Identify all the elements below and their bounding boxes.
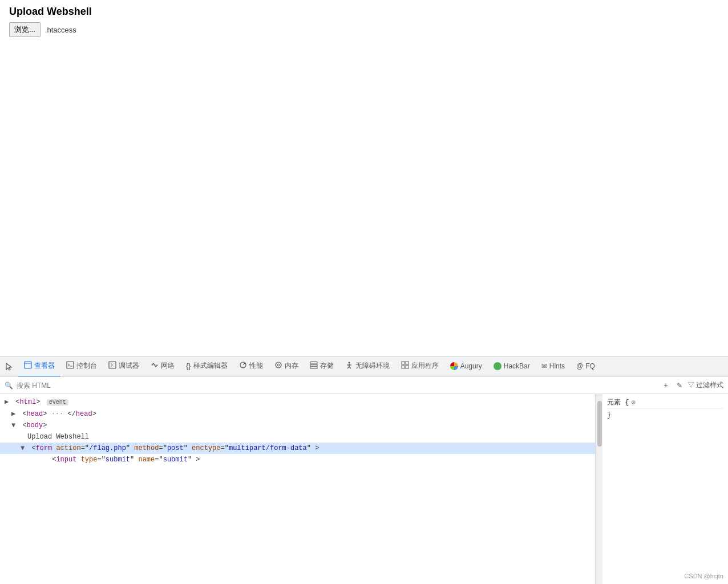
svg-rect-20 (402, 366, 405, 368)
devtools-search-actions: ＋ ✎ ▽ 过滤样式 (660, 380, 723, 391)
tab-console-label: 控制台 (76, 361, 97, 371)
tab-accessibility[interactable]: 无障碍环境 (339, 356, 395, 377)
search-icon: 🔍 (5, 382, 13, 390)
tab-hints-label: Hints (549, 362, 565, 370)
svg-rect-0 (25, 362, 31, 368)
devtools-search-bar: 🔍 ＋ ✎ ▽ 过滤样式 (0, 377, 728, 394)
watermark: CSDN @hcjtn (684, 573, 723, 579)
search-html-input[interactable] (17, 382, 660, 390)
file-name-display: .htaccess (45, 26, 76, 34)
tab-network[interactable]: 网络 (145, 356, 180, 377)
application-tab-icon (401, 361, 409, 371)
tab-memory[interactable]: 内存 (269, 356, 304, 377)
scrollbar-thumb[interactable] (597, 401, 602, 447)
styles-content: } (607, 411, 723, 419)
styles-panel: 元素 { ⚙ } (602, 394, 728, 584)
html-node[interactable]: ▶ <html> event (0, 396, 595, 408)
svg-rect-21 (406, 366, 409, 368)
html-tree-scrollbar[interactable] (596, 394, 602, 584)
svg-point-13 (348, 362, 350, 364)
form-node[interactable]: ▼ <form action="/flag.php" method="post"… (0, 443, 595, 454)
tab-storage[interactable]: 存储 (304, 356, 339, 377)
memory-tab-icon (274, 361, 282, 371)
tab-fq-label: FQ (585, 362, 595, 370)
svg-rect-10 (310, 362, 317, 364)
svg-rect-12 (310, 367, 317, 368)
tab-fq[interactable]: @ FQ (571, 356, 601, 377)
tab-debugger[interactable]: 调试器 (103, 356, 145, 377)
tab-inspector[interactable]: 查看器 (18, 356, 60, 377)
inspector-tab-icon (24, 361, 32, 371)
performance-tab-icon (239, 361, 247, 371)
svg-line-16 (347, 367, 349, 368)
add-node-button[interactable]: ＋ (660, 380, 672, 391)
tab-hints[interactable]: ✉ Hints (536, 356, 571, 377)
text-node-upload[interactable]: Upload Webshell (0, 431, 595, 443)
tab-style-editor-label: 样式编辑器 (193, 361, 228, 371)
tab-application-label: 应用程序 (411, 361, 439, 371)
svg-rect-11 (310, 364, 317, 366)
cursor-icon[interactable] (0, 356, 18, 377)
tab-inspector-label: 查看器 (34, 361, 55, 371)
event-badge: event (47, 399, 68, 405)
head-node[interactable]: ▶ <head> ··· </head> (0, 408, 595, 420)
file-upload-row: 浏览... .htaccess (9, 22, 719, 37)
tab-console[interactable]: 控制台 (60, 356, 103, 377)
svg-rect-18 (402, 362, 405, 364)
svg-rect-19 (406, 362, 409, 364)
devtools-panel: 查看器 控制台 调试器 (0, 356, 728, 584)
elements-label: 元素 { (607, 398, 629, 407)
tab-hackbar[interactable]: HackBar (488, 356, 536, 377)
svg-line-7 (243, 363, 245, 365)
input-node[interactable]: ▶ <input type="submit" name="submit" > (0, 454, 595, 465)
tab-augury-label: Augury (460, 362, 482, 370)
expand-html[interactable]: ▶ (5, 397, 11, 407)
styles-header: 元素 { ⚙ (607, 396, 723, 409)
console-tab-icon (66, 361, 74, 371)
svg-point-9 (277, 364, 280, 366)
edit-button[interactable]: ✎ (674, 380, 685, 391)
debugger-tab-icon (108, 361, 116, 371)
tab-memory-label: 内存 (285, 361, 298, 371)
svg-line-17 (349, 367, 351, 368)
tab-performance[interactable]: 性能 (233, 356, 269, 377)
tab-storage-label: 存储 (320, 361, 334, 371)
tab-network-label: 网络 (161, 361, 175, 371)
hackbar-icon (494, 362, 501, 370)
fq-tab-icon: @ (576, 362, 583, 370)
style-editor-tab-icon: {} (186, 362, 191, 370)
accessibility-tab-icon (345, 361, 353, 371)
browse-button[interactable]: 浏览... (9, 22, 41, 37)
augury-icon (450, 362, 458, 370)
tab-debugger-label: 调试器 (119, 361, 139, 371)
svg-point-8 (276, 362, 281, 368)
body-node[interactable]: ▼ <body> (0, 420, 595, 431)
storage-tab-icon (310, 361, 318, 371)
filter-styles-label: ▽ 过滤样式 (687, 380, 723, 390)
tab-style-editor[interactable]: {} 样式编辑器 (180, 356, 233, 377)
tab-hackbar-label: HackBar (504, 362, 530, 370)
network-tab-icon (151, 361, 159, 371)
hints-tab-icon: ✉ (541, 362, 547, 370)
expand-form[interactable]: ▼ (21, 443, 27, 453)
devtools-toolbar: 查看器 控制台 调试器 (0, 356, 728, 377)
tab-performance-label: 性能 (249, 361, 263, 371)
expand-head[interactable]: ▶ (11, 409, 18, 419)
tab-application[interactable]: 应用程序 (395, 356, 444, 377)
tab-accessibility-label: 无障碍环境 (355, 361, 390, 371)
page-title: Upload Webshell (9, 6, 719, 18)
styles-closing-brace: } (607, 411, 611, 419)
svg-rect-2 (67, 362, 74, 368)
browser-content: Upload Webshell 浏览... .htaccess (0, 0, 728, 356)
tab-augury[interactable]: Augury (444, 356, 488, 377)
gear-icon[interactable]: ⚙ (631, 398, 635, 407)
devtools-body: ▶ <html> event ▶ <head> ··· </head> ▼ <b… (0, 394, 728, 584)
expand-body[interactable]: ▼ (11, 420, 18, 431)
html-tree[interactable]: ▶ <html> event ▶ <head> ··· </head> ▼ <b… (0, 394, 596, 584)
